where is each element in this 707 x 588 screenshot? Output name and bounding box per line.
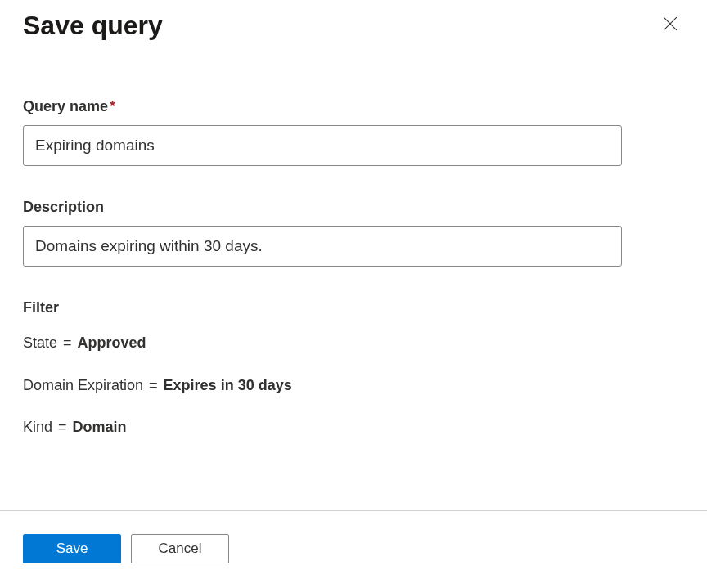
description-input[interactable] [23,226,622,267]
filter-value: Expires in 30 days [164,377,292,393]
close-icon [663,16,678,31]
filter-key: Kind [23,419,52,435]
filter-eq: = [145,377,162,393]
filter-value: Approved [78,334,146,351]
filter-row-expiration: Domain Expiration = Expires in 30 days [23,375,684,396]
cancel-button[interactable]: Cancel [131,534,229,563]
filter-row-state: State = Approved [23,333,684,353]
filter-row-kind: Kind = Domain [23,417,684,438]
save-button[interactable]: Save [23,534,121,563]
required-asterisk: * [110,98,115,114]
dialog-title: Save query [23,10,163,41]
filter-eq: = [54,419,71,435]
filter-key: State [23,334,57,351]
query-name-group: Query name* [23,98,684,166]
filter-key: Domain Expiration [23,377,143,393]
description-label: Description [23,199,684,216]
dialog-footer: Save Cancel [0,510,707,588]
filter-value: Domain [73,419,127,435]
query-name-input[interactable] [23,125,622,166]
description-group: Description [23,199,684,267]
filter-heading: Filter [23,299,684,316]
close-button[interactable] [656,10,684,38]
query-name-label: Query name* [23,98,684,115]
filter-section: Filter State = Approved Domain Expiratio… [23,299,684,438]
query-name-label-text: Query name [23,98,108,114]
filter-eq: = [59,334,76,351]
